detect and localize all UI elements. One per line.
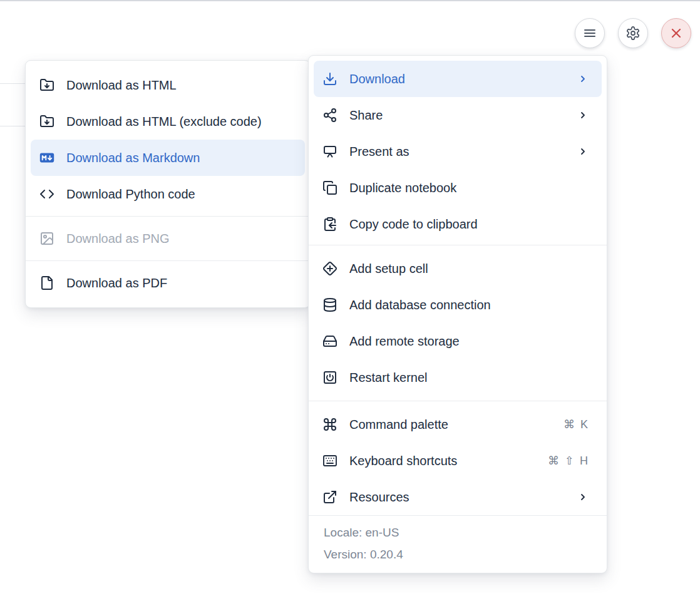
folder-down-icon: [39, 114, 54, 129]
menu-item-resources[interactable]: Resources: [314, 479, 602, 515]
menu-item-label: Restart kernel: [349, 371, 588, 385]
chevron-right-icon: [578, 146, 588, 157]
share-icon: [322, 108, 337, 123]
menu-footer: Locale: en-US Version: 0.20.4: [309, 515, 607, 573]
download-submenu: Download as HTMLDownload as HTML (exclud…: [25, 60, 311, 308]
shortcut-key: ⌘: [548, 454, 559, 468]
menu-item-label: Copy code to clipboard: [349, 217, 588, 232]
keyboard-icon: [322, 453, 337, 468]
menu-item-add-database-connection[interactable]: Add database connection: [314, 287, 602, 323]
menu-item-copy-code-to-clipboard[interactable]: Copy code to clipboard: [314, 206, 602, 242]
settings-button[interactable]: [618, 18, 648, 48]
command-icon: [322, 417, 337, 432]
chevron-right-icon: [578, 74, 588, 84]
hard-drive-icon: [322, 334, 337, 349]
menu-item-label: Add setup cell: [349, 262, 588, 276]
shutdown-button[interactable]: [661, 18, 691, 48]
menu-item-label: Download: [349, 72, 566, 86]
menu-item-download-python-code[interactable]: Download Python code: [31, 176, 305, 212]
menu-group: Download as HTMLDownload as HTML (exclud…: [26, 63, 310, 216]
presentation-icon: [322, 144, 337, 159]
menu-item-label: Download as HTML (exclude code): [66, 115, 291, 129]
external-link-icon: [322, 490, 337, 505]
menu-item-command-palette[interactable]: Command palette⌘K: [314, 406, 602, 443]
menu-item-download-as-html-exclude-code[interactable]: Download as HTML (exclude code): [31, 103, 305, 140]
menu-item-label: Command palette: [349, 418, 552, 432]
notebook-actions-menu: DownloadSharePresent asDuplicate noteboo…: [308, 55, 607, 573]
code-icon: [39, 187, 54, 202]
database-icon: [322, 297, 337, 312]
clipboard-copy-icon: [322, 217, 337, 232]
shortcut-key: H: [580, 454, 588, 468]
menu-item-label: Download as HTML: [66, 78, 291, 93]
menu-item-restart-kernel[interactable]: Restart kernel: [314, 359, 602, 396]
menu-item-add-setup-cell[interactable]: Add setup cell: [314, 250, 602, 287]
menu-group: Command palette⌘KKeyboard shortcuts⌘⇧HRe…: [309, 401, 607, 515]
menu-item-label: Add database connection: [349, 298, 588, 312]
download-icon: [322, 71, 337, 86]
page-top-border: [0, 0, 700, 1]
menu-group: DownloadSharePresent asDuplicate noteboo…: [309, 58, 607, 245]
gear-icon: [625, 26, 641, 41]
hamburger-icon: [582, 26, 597, 41]
diamond-plus-icon: [322, 261, 337, 276]
menu-group: Download as PNG: [26, 216, 310, 260]
menu-item-label: Keyboard shortcuts: [349, 454, 536, 468]
menu-item-label: Download Python code: [66, 187, 291, 202]
menu-item-label: Present as: [349, 145, 566, 159]
background-cell-border: [0, 83, 25, 84]
keyboard-shortcut-hint: ⌘K: [564, 418, 588, 431]
locale-text: Locale: en-US: [324, 521, 592, 543]
menu-item-add-remote-storage[interactable]: Add remote storage: [314, 323, 602, 359]
menu-item-label: Duplicate notebook: [349, 181, 588, 195]
floating-toolbar: [575, 18, 691, 48]
menu-groups: DownloadSharePresent asDuplicate noteboo…: [309, 58, 607, 515]
menu-item-label: Resources: [349, 490, 566, 505]
menu-item-download[interactable]: Download: [314, 61, 602, 97]
menu-item-download-as-pdf[interactable]: Download as PDF: [31, 265, 305, 301]
menu-item-duplicate-notebook[interactable]: Duplicate notebook: [314, 170, 602, 206]
close-icon: [669, 26, 684, 41]
image-icon: [39, 231, 54, 246]
copy-icon: [322, 180, 337, 195]
chevron-right-icon: [578, 492, 588, 502]
notebook-actions-menu-button[interactable]: [575, 18, 605, 48]
menu-item-download-as-markdown[interactable]: Download as Markdown: [31, 140, 305, 176]
shortcut-key: K: [580, 418, 588, 431]
shortcut-key: ⇧: [565, 454, 574, 468]
markdown-icon: [39, 150, 54, 165]
menu-item-present-as[interactable]: Present as: [314, 133, 602, 170]
shortcut-key: ⌘: [564, 418, 575, 431]
menu-item-label: Download as PNG: [66, 232, 291, 246]
background-cell-border: [0, 126, 25, 126]
version-text: Version: 0.20.4: [324, 543, 592, 565]
chevron-right-icon: [578, 110, 588, 120]
menu-item-label: Share: [349, 108, 566, 123]
menu-item-label: Download as Markdown: [66, 151, 291, 165]
power-square-icon: [322, 370, 337, 385]
menu-item-download-as-png: Download as PNG: [31, 220, 305, 257]
keyboard-shortcut-hint: ⌘⇧H: [548, 454, 588, 468]
menu-item-keyboard-shortcuts[interactable]: Keyboard shortcuts⌘⇧H: [314, 443, 602, 479]
menu-group: Add setup cellAdd database connectionAdd…: [309, 245, 607, 401]
menu-item-label: Download as PDF: [66, 276, 291, 290]
file-icon: [39, 275, 54, 290]
menu-group: Download as PDF: [26, 260, 310, 305]
menu-item-label: Add remote storage: [349, 334, 588, 349]
menu-item-download-as-html[interactable]: Download as HTML: [31, 67, 305, 103]
folder-down-icon: [39, 78, 54, 93]
menu-item-share[interactable]: Share: [314, 97, 602, 133]
